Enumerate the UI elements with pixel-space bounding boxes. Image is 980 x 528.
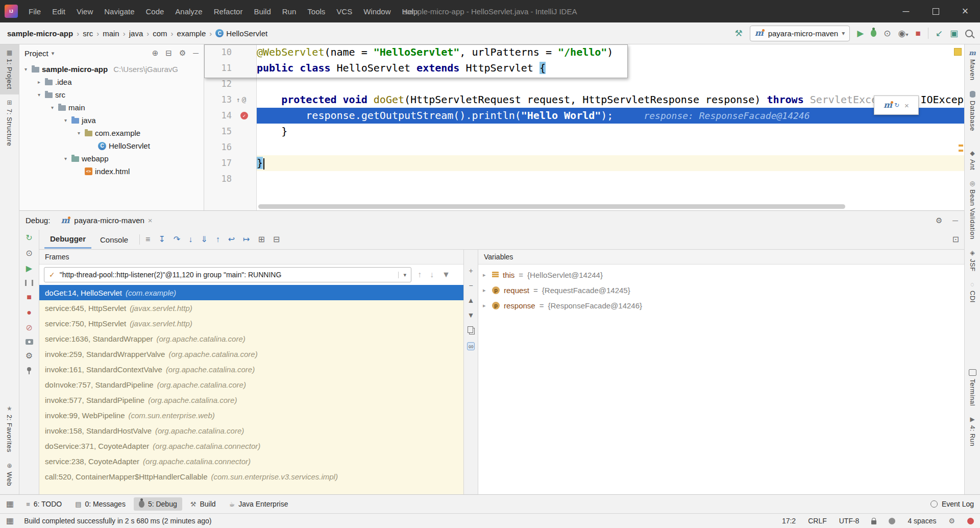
thread-dump-icon[interactable] [26,339,33,345]
editor[interactable]: 10@WebServlet(name = "HelloServlet", url… [204,44,964,210]
toolwindows-icon[interactable]: ▣ [950,29,958,38]
menu-code[interactable]: Code [140,6,169,17]
frame-row[interactable]: service:645, HttpServlet(javax.servlet.h… [39,300,463,316]
code-line[interactable] [257,76,964,92]
inspections-indicator[interactable] [954,48,962,56]
stripe-cdi[interactable]: ◌CDI [965,276,980,308]
add-icon[interactable]: + [469,267,473,274]
tree-item-helloservlet[interactable]: CHelloServlet [19,139,204,152]
tree-toggle-icon[interactable]: ▾ [22,66,29,72]
editor-line-10[interactable]: 10@WebServlet(name = "HelloServlet", url… [204,44,964,60]
show-execution-point-icon[interactable]: ↧ [158,235,165,244]
frame-row[interactable]: service:238, CoyoteAdapter(org.apache.ca… [39,453,463,469]
breadcrumb-item[interactable]: java [129,29,143,38]
toolwindow-button-todo[interactable]: ≡6: TODO [21,497,67,511]
code-line[interactable]: @WebServlet(name = "HelloServlet", urlPa… [257,44,964,60]
editor-line-11[interactable]: 11public class HelloServlet extends Http… [204,60,964,76]
editor-line-13[interactable]: 13↑@ protected void doGet(HttpServletReq… [204,92,964,108]
toolwindow-button-messages[interactable]: ▤0: Messages [70,497,131,511]
tree-item-index-html[interactable]: <>index.html [19,165,204,178]
menu-analyze[interactable]: Analyze [169,6,208,17]
editor-line-14[interactable]: 14✓ response.getOutputStream().println("… [204,108,964,124]
tree-item--idea[interactable]: ▸.idea [19,76,204,88]
move-down-icon[interactable]: ▼ [468,311,475,319]
breadcrumb-item[interactable]: sample-micro-app [7,29,73,38]
coverage-button[interactable]: ⊙ [884,29,891,38]
step-over-icon[interactable]: ↷ [174,235,180,244]
toolwindow-button-debug[interactable]: 5: Debug [134,497,182,511]
collapse-all-icon[interactable]: ⊟ [165,49,172,58]
breadcrumb-item[interactable]: src [83,29,93,38]
tree-toggle-icon[interactable]: ▾ [62,117,69,123]
stripe-jsf[interactable]: ◈JSF [965,245,980,277]
settings-icon[interactable]: ⚙ [26,352,33,360]
frame-row[interactable]: doGet:14, HelloServlet(com.example) [39,285,463,300]
menu-file[interactable]: File [23,6,46,17]
code-line[interactable]: public class HelloServlet extends HttpSe… [257,60,964,76]
stripe-structure[interactable]: ⊞7: Structure [0,94,19,151]
build-hammer-icon[interactable]: ⚒ [734,29,742,38]
variable-row[interactable]: ▸presponse={ResponseFacade@14246} [478,298,964,313]
menu-icon[interactable]: ≡ [145,235,150,244]
caret-position[interactable]: 17:2 [782,517,796,525]
menu-navigate[interactable]: Navigate [99,6,140,17]
chevron-down-icon[interactable]: ▾ [52,50,55,57]
run-to-cursor-icon[interactable]: ↦ [243,235,250,244]
error-notification-icon[interactable] [967,518,974,524]
filter-icon[interactable]: ▼ [442,271,450,279]
gear-icon[interactable]: ⚙ [936,216,942,225]
line-separator[interactable]: CRLF [808,517,827,525]
code-line[interactable]: response.getOutputStream().println("Hell… [257,108,964,124]
stripe-favorites[interactable]: ★2: Favorites [0,400,19,458]
tree-item-java[interactable]: ▾java [19,114,204,127]
view-as-table-icon[interactable]: ⊟ [273,235,280,244]
close-icon[interactable]: × [904,101,909,110]
thread-selector[interactable]: ✓ "http-thread-pool::http-listener(2)"@1… [44,267,411,282]
frame-row[interactable]: call:520, ContainerMapper$HttpHandlerCal… [39,469,463,484]
breadcrumb-item[interactable]: com [153,29,167,38]
menu-view[interactable]: View [71,6,99,17]
editor-line-12[interactable]: 12 [204,76,964,92]
maven-reimport-icon[interactable]: ↻ [894,102,899,109]
stripe-web[interactable]: ⊕Web [0,458,19,491]
code-line[interactable]: protected void doGet(HttpServletRequest … [257,92,964,108]
tab-debugger[interactable]: Debugger [44,230,91,249]
frame-row[interactable]: doInvoke:757, StandardPipeline(org.apach… [39,377,463,392]
maven-import-popup[interactable]: m ↻ × [874,95,919,115]
next-frame-icon[interactable]: ↓ [430,271,434,279]
stripe-project[interactable]: ▦1: Project [0,44,19,94]
restore-layout-icon[interactable]: ⊡ [952,235,959,244]
variable-row[interactable]: ▸prequest={RequestFacade@14245} [478,282,964,298]
menu-edit[interactable]: Edit [46,6,71,17]
hector-icon[interactable] [889,518,895,524]
error-stripe-mark[interactable] [959,150,963,152]
tree-toggle-icon[interactable]: ▾ [36,92,42,98]
force-step-into-icon[interactable]: ⇓ [201,235,207,244]
expand-icon[interactable]: ▸ [483,302,488,309]
mute-breakpoints-icon[interactable]: ⊘ [26,324,32,332]
minimize-button[interactable]: ─ [891,0,921,22]
tree-toggle-icon[interactable]: ▾ [76,130,82,136]
expand-icon[interactable]: ▸ [483,272,488,278]
menu-build[interactable]: Build [248,6,276,17]
debug-button[interactable] [871,30,876,37]
override-marker-icon[interactable]: ↑ [236,92,240,108]
breadcrumb-item[interactable]: CHelloServlet [215,29,267,38]
run-button[interactable]: ▶ [857,29,864,38]
frame-row[interactable]: invoke:577, StandardPipeline(org.apache.… [39,392,463,407]
menu-window[interactable]: Window [358,6,396,17]
stripe-bean-validation[interactable]: ◎Bean Validation [965,175,980,245]
stripe-ant[interactable]: ◆Ant [965,145,980,175]
maximize-button[interactable] [921,0,950,22]
frame-row[interactable]: invoke:259, StandardWrapperValve(org.apa… [39,346,463,362]
resume-icon[interactable]: ▶ [26,265,32,273]
profiler-button[interactable]: ◉▾ [898,29,909,38]
frame-row[interactable]: service:750, HttpServlet(javax.servlet.h… [39,316,463,331]
hide-icon[interactable]: ─ [193,49,199,58]
step-out-icon[interactable]: ↑ [216,235,220,244]
code-line[interactable] [257,139,964,155]
toolwindow-button-build[interactable]: ⚒Build [185,497,221,511]
lock-icon[interactable] [871,520,876,524]
frame-row[interactable]: invoke:158, StandardHostValve(org.apache… [39,423,463,438]
breadcrumb-item[interactable]: main [103,29,119,38]
